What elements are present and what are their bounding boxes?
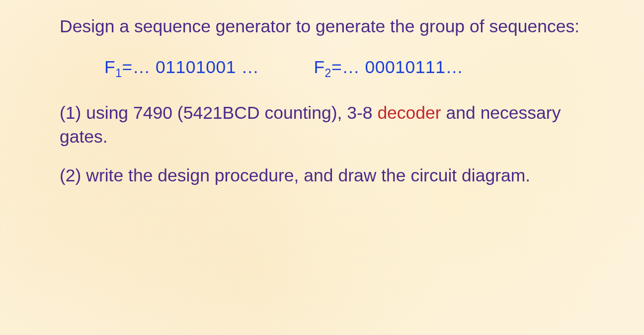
question-1: (1) using 7490 (5421BCD counting), 3-8 d… bbox=[60, 101, 584, 149]
f1-rest: =… 01101001 … bbox=[122, 57, 259, 77]
q1-highlight: decoder bbox=[377, 103, 441, 123]
f1-prefix: F bbox=[104, 57, 115, 77]
f2-rest: =… 00010111… bbox=[331, 57, 464, 77]
q2-content: (2) write the design procedure, and draw… bbox=[60, 166, 530, 185]
intro-text: Design a sequence generator to generate … bbox=[60, 15, 584, 39]
f1-subscript: 1 bbox=[115, 67, 122, 80]
intro-content: Design a sequence generator to generate … bbox=[60, 16, 579, 36]
q1-pre: (1) using 7490 (5421BCD counting), 3-8 bbox=[60, 103, 377, 123]
slide: Design a sequence generator to generate … bbox=[0, 0, 644, 335]
f2-expression: F2=… 00010111… bbox=[314, 57, 463, 77]
question-2: (2) write the design procedure, and draw… bbox=[60, 164, 584, 188]
f2-subscript: 2 bbox=[325, 67, 331, 80]
sequences-line: F1=… 01101001 …F2=… 00010111… bbox=[104, 56, 584, 80]
f2-prefix: F bbox=[314, 57, 324, 77]
f1-expression: F1=… 01101001 … bbox=[104, 57, 259, 77]
